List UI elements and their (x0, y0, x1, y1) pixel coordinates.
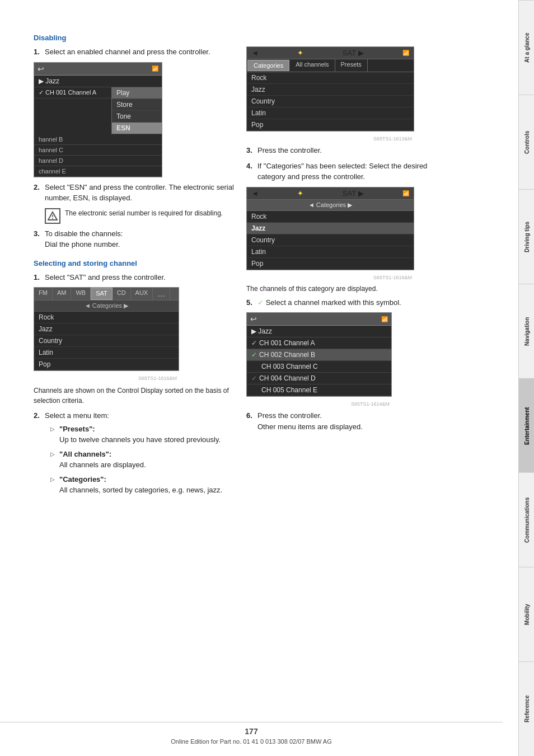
img-label-4: S65TS1-1614&M (246, 401, 392, 407)
sat2-latin: Latin (247, 246, 414, 258)
sat2-pop: Pop (247, 258, 414, 270)
disabling-step3: 3. To disable the channels:Dial the phon… (34, 228, 235, 250)
categories-item: ▷ "Categories":All channels, sorted by c… (50, 474, 235, 496)
sat2-country: Country (247, 234, 414, 246)
tab-at-a-glance[interactable]: At a glance (519, 0, 534, 95)
categories-submenu2: ◄ Categories ▶ (247, 200, 414, 211)
page-footer: 177 Online Edition for Part no. 01 41 0 … (0, 722, 503, 745)
jazz-item: Jazz (34, 323, 179, 335)
sat-nav-top: ◄ ✦ SAT ▶ 📶 (247, 47, 414, 59)
wb-tab[interactable]: WB (71, 288, 91, 300)
disabling-steps: 1. Select an enabled channel and press t… (34, 46, 235, 58)
main-content: Disabling 1. Select an enabled channel a… (0, 0, 518, 756)
aux-tab[interactable]: AUX (131, 288, 153, 300)
jazz-header-row: ▶ Jazz (247, 326, 391, 337)
ui-box-header: ↩ 📶 (34, 63, 162, 76)
menu-overlay-area: ✓ CH 001 Channel A Play Store Tone ESN (34, 87, 162, 134)
right-step6: 6. Press the controller. Other menu item… (246, 410, 448, 432)
right-step4: 4. If "Categories" has been selected: Se… (246, 161, 448, 182)
sat-nav-top2: ◄ ✦ SAT ▶ 📶 (247, 187, 414, 200)
radio-tabs: FM AM WB SAT CD AUX … (34, 288, 179, 300)
tab-entertainment[interactable]: Entertainment (519, 378, 534, 473)
country-item: Country (34, 335, 179, 347)
tab-mobility[interactable]: Mobility (519, 567, 534, 661)
disabling-steps-2: 2. Select "ESN" and press the controller… (34, 182, 235, 204)
sat-nav-box2: ◄ ✦ SAT ▶ 📶 ◄ Categories ▶ Rock Jazz Cou… (246, 187, 414, 270)
all-channels-item: ▷ "All channels":All channels are displa… (50, 449, 235, 471)
am-tab[interactable]: AM (53, 288, 72, 300)
ch005-row: CH 005 Channel E (247, 384, 391, 396)
more-tab[interactable]: … (153, 288, 170, 300)
sat2-jazz: Jazz (247, 223, 414, 234)
rock-item: Rock (34, 312, 179, 323)
jazz-row: ▶ Jazz (34, 76, 162, 87)
selecting-heading: Selecting and storing channel (34, 259, 235, 267)
latin-item: Latin (34, 347, 179, 359)
categories-submenu: ◄ Categories ▶ (34, 300, 179, 312)
categories-tab[interactable]: Categories (247, 60, 289, 71)
tab-driving-tips[interactable]: Driving tips (519, 189, 534, 284)
sat-nav-tabs: Categories All channels Presets (247, 59, 414, 72)
ch004-row: ✓ CH 004 Channel D (247, 373, 391, 384)
menu-sub-list: ▷ "Presets":Up to twelve channels you ha… (50, 424, 235, 496)
all-channels-tab[interactable]: All channels (290, 59, 335, 72)
sidebar-tabs: At a glance Controls Driving tips Naviga… (518, 0, 534, 756)
disabling-left-col: 1. Select an enabled channel and press t… (34, 46, 235, 504)
presets-tab[interactable]: Presets (335, 59, 368, 72)
sat-jazz: Jazz (247, 84, 414, 96)
note-icon (45, 208, 60, 224)
tab-reference[interactable]: Reference (519, 661, 534, 756)
tab-navigation[interactable]: Navigation (519, 284, 534, 378)
sat-tab[interactable]: SAT (91, 288, 113, 300)
img-label-3: S65TS1-1616&M (246, 275, 414, 280)
ch001-row: ✓ CH 001 Channel A (247, 337, 391, 349)
disabling-ui-box: ↩ 📶 ▶ Jazz ✓ CH 001 Channel A Play Store… (34, 62, 162, 177)
disabling-step1: 1. Select an enabled channel and press t… (34, 46, 235, 58)
radio-bar: FM AM WB SAT CD AUX … ◄ Categories ▶ Roc… (34, 287, 179, 371)
ch003-row: CH 003 Channel C (247, 361, 391, 373)
sat2-rock: Rock (247, 211, 414, 223)
channel-list-box: ↩ 📶 ▶ Jazz ✓ CH 001 Channel A ✓ CH 002 C… (246, 312, 392, 397)
img-label-1: S65TS1-1616&M (34, 375, 179, 381)
tab-communications[interactable]: Communications (519, 472, 534, 567)
categories-display-note: The channels of this category are displa… (246, 284, 448, 294)
cd-tab[interactable]: CD (113, 288, 131, 300)
channel-box-header: ↩ 📶 (247, 313, 391, 326)
sat-latin: Latin (247, 107, 414, 119)
fm-tab[interactable]: FM (34, 288, 53, 300)
note-box: The electronic serial number is required… (45, 208, 235, 224)
right-step5: 5. ✓ Select a channel marked with this s… (246, 297, 448, 308)
disabling-step2: 2. Select "ESN" and press the controller… (34, 182, 235, 204)
sat-rock: Rock (247, 72, 414, 84)
sat-pop: Pop (247, 119, 414, 131)
sat-country: Country (247, 96, 414, 107)
ch002-row: ✓ CH 002 Channel B (247, 349, 391, 361)
right-step3: 3. Press the controller. (246, 145, 448, 156)
sat-nav-box: ◄ ✦ SAT ▶ 📶 Categories All channels Pres… (246, 46, 414, 132)
selecting-step2: 2. Select a menu item: ▷ "Presets":Up to… (34, 410, 235, 499)
presets-item: ▷ "Presets":Up to twelve channels you ha… (50, 424, 235, 445)
tab-controls[interactable]: Controls (519, 95, 534, 189)
selecting-step1: 1. Select "SAT" and press the controller… (34, 272, 235, 283)
channels-note: Channels are shown on the Control Displa… (34, 386, 235, 406)
page-number: 177 (0, 727, 503, 736)
footer-text: Online Edition for Part no. 01 41 0 013 … (0, 738, 503, 745)
svg-point-2 (52, 218, 53, 219)
img-label-2: S65TS1-1613&M (246, 136, 414, 142)
disabling-heading: Disabling (34, 34, 502, 42)
right-steps: 3. Press the controller. 4. If "Categori… (246, 145, 448, 182)
right-col: ◄ ✦ SAT ▶ 📶 Categories All channels Pres… (246, 46, 448, 504)
pop-item: Pop (34, 359, 179, 370)
